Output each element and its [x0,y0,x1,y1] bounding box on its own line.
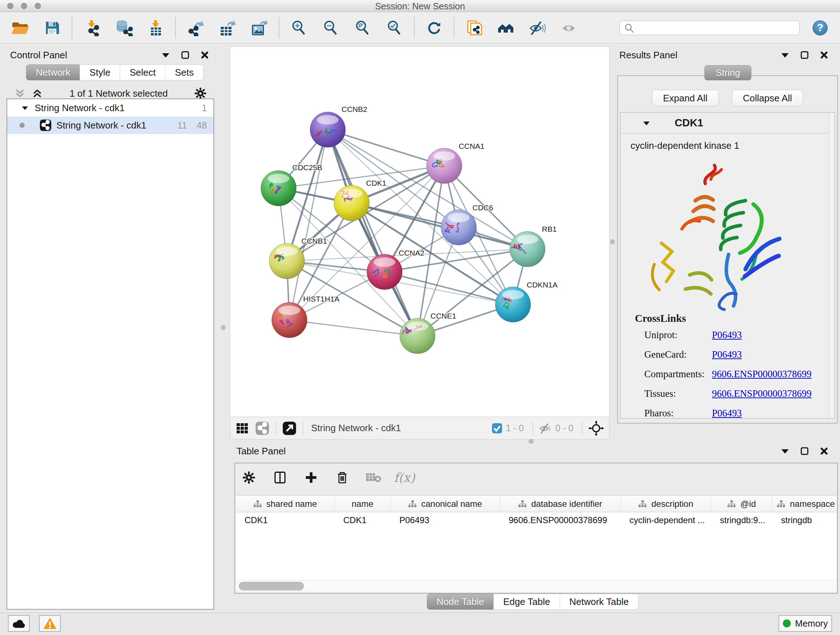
caret-down-icon[interactable] [779,445,791,457]
network-row[interactable]: String Network - cdk1 11 48 [7,117,213,134]
memory-button[interactable]: Memory [778,615,832,632]
left-splitter-handle[interactable] [221,325,226,330]
function-builder-button[interactable]: f(x) [394,470,415,485]
table-cell[interactable]: CDK1 [236,512,335,528]
tab-edge-table[interactable]: Edge Table [493,594,560,610]
node-label-CCNB2: CCNB2 [341,105,367,113]
column-header-name[interactable]: name [335,496,391,512]
table-settings-button[interactable] [239,470,259,485]
open-session-button[interactable] [4,14,36,41]
import-network-database-button[interactable] [108,14,140,41]
hide-graphics-button[interactable] [522,14,554,41]
clear-table-button[interactable] [363,471,384,484]
network-edge[interactable] [289,320,417,336]
crosslink-pharos[interactable]: P06493 [712,408,742,422]
network-canvas[interactable]: CCNB2CCNA1CDC25BCDK1CDC6RB1CCNB1CCNA2CDK… [230,47,609,417]
share-view-icon[interactable] [255,421,270,436]
caret-down-icon[interactable] [20,103,30,112]
export-image-button[interactable] [243,14,275,41]
collapse-all-button[interactable]: Collapse All [732,90,804,106]
table-cell[interactable]: stringdb [772,512,836,528]
expand-all-button[interactable]: Expand All [652,90,719,106]
zoom-in-button[interactable] [283,14,315,41]
float-panel-icon[interactable] [799,49,810,61]
caret-down-icon[interactable] [779,49,791,61]
table-cell[interactable]: CDK1 [335,512,391,528]
column-header-shared-name[interactable]: shared name [236,496,335,512]
export-network-button[interactable] [180,14,211,41]
bottom-splitter-handle[interactable] [529,439,534,444]
tab-select[interactable]: Select [120,65,165,80]
column-header-namespace[interactable]: namespace [772,496,836,512]
close-icon[interactable] [818,445,830,457]
show-graphics-button[interactable] [554,14,585,41]
table-cell[interactable]: 9606.ENSP00000378699 [500,512,621,528]
crosslink-compartments[interactable]: 9606.ENSP00000378699 [712,369,812,383]
gear-icon[interactable] [194,87,207,100]
save-session-button[interactable] [36,14,68,41]
float-panel-icon[interactable] [180,49,191,61]
tab-string[interactable]: String [704,65,752,80]
cloud-button[interactable] [8,615,30,632]
clone-network-button[interactable] [458,14,490,41]
table-cell[interactable]: cyclin-dependent ... [621,512,711,528]
fit-selected-icon[interactable] [588,420,604,436]
zoom-fit-button[interactable] [347,14,378,41]
column-header-@id[interactable]: @id [711,496,772,512]
search-input[interactable] [619,21,799,35]
save-session-icon [44,19,60,36]
float-panel-icon[interactable] [799,445,810,457]
right-splitter-handle[interactable] [610,239,615,244]
network-edge[interactable] [289,130,328,320]
network-edge[interactable] [352,203,527,249]
export-table-button[interactable] [211,14,243,41]
import-table-button[interactable] [140,14,172,41]
collapse-tree-icon[interactable] [14,87,26,100]
tab-network-table[interactable]: Network Table [560,594,638,610]
zoom-out-button[interactable] [315,14,347,41]
table-horizontal-scrollbar[interactable] [236,580,836,592]
close-icon[interactable] [818,49,830,61]
node-details-header[interactable]: CDK1 [621,112,835,134]
add-column-button[interactable] [301,470,321,485]
tab-style[interactable]: Style [80,65,120,80]
help-button[interactable]: ? [813,20,828,35]
tab-network[interactable]: Network [26,65,80,80]
zoom-fit-icon [354,19,371,36]
show-graphics-icon [561,19,578,36]
zoom-selected-icon [386,19,403,36]
network-edge[interactable] [328,130,417,336]
close-icon[interactable] [199,49,210,61]
import-network-file-button[interactable] [76,14,108,41]
caret-down-icon[interactable] [160,49,172,61]
column-header-description[interactable]: description [621,496,711,512]
network-collection-row[interactable]: String Network - cdk1 1 [7,99,213,117]
scrollbar-thumb[interactable] [239,582,304,591]
selected-checkbox-icon[interactable] [491,423,503,434]
tab-node-table[interactable]: Node Table [427,594,494,610]
tree-structure-icon [408,500,417,508]
crosslink-uniprot[interactable]: P06493 [712,329,742,344]
caret-down-icon[interactable] [641,118,652,128]
table-cell[interactable]: P06493 [391,512,500,528]
hide-graphics-icon [529,19,546,36]
crosslink-tissues[interactable]: 9606.ENSP00000378699 [712,388,812,402]
cytoscape-window: Session: New Session [0,0,840,635]
warnings-button[interactable] [39,615,61,632]
table-cell[interactable]: stringdb:9... [711,512,772,528]
open-in-window-icon[interactable] [282,421,297,436]
results-scrollbar[interactable] [829,112,835,418]
edge-count: 48 [196,120,207,131]
expand-tree-icon[interactable] [31,87,43,100]
tab-sets[interactable]: Sets [165,65,203,80]
network-edge[interactable] [328,130,444,166]
zoom-selected-button[interactable] [378,14,410,41]
cybrowser-button[interactable] [490,14,522,41]
column-header-canonical-name[interactable]: canonical name [391,496,500,512]
column-header-database-identifier[interactable]: database identifier [500,496,621,512]
grid-view-icon[interactable] [235,421,249,435]
crosslink-genecard[interactable]: P06493 [712,349,742,363]
delete-column-button[interactable] [332,470,352,485]
refresh-button[interactable] [418,14,450,41]
show-columns-button[interactable] [270,470,290,485]
